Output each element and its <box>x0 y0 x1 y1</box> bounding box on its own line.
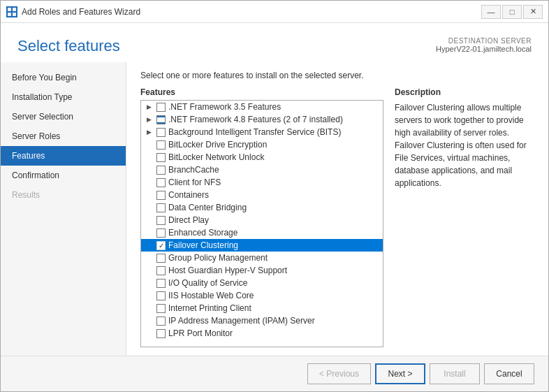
feature-checkbox[interactable] <box>156 203 166 212</box>
expand-icon <box>144 240 154 250</box>
list-item[interactable]: ▶ .NET Framework 4.8 Features (2 of 7 in… <box>141 113 383 126</box>
main-area: Before You Begin Installation Type Serve… <box>1 62 548 356</box>
page-header: Select features DESTINATION SERVER Hyper… <box>1 23 548 62</box>
list-item[interactable]: ▶ BitLocker Network Unlock <box>141 151 383 164</box>
main-window: Add Roles and Features Wizard — □ ✕ Sele… <box>0 0 549 392</box>
previous-button[interactable]: < Previous <box>307 363 371 384</box>
description-text: Failover Clustering allows multiple serv… <box>395 101 534 189</box>
footer: < Previous Next > Install Cancel <box>1 356 548 391</box>
expand-icon[interactable]: ▶ <box>144 102 154 112</box>
svg-rect-0 <box>8 8 11 11</box>
feature-checkbox[interactable] <box>156 228 166 238</box>
feature-checkbox[interactable] <box>156 140 166 150</box>
feature-name: BitLocker Network Unlock <box>168 152 264 162</box>
sidebar-item-features[interactable]: Features <box>1 146 126 166</box>
window-controls: — □ ✕ <box>481 5 543 19</box>
list-item[interactable]: ▶ Enhanced Storage <box>141 226 383 239</box>
description-section: Description Failover Clustering allows m… <box>395 87 534 347</box>
sidebar-item-results: Results <box>1 185 126 205</box>
feature-checkbox[interactable] <box>156 304 166 313</box>
svg-rect-1 <box>13 8 16 11</box>
feature-checkbox[interactable] <box>156 291 166 300</box>
feature-checkbox[interactable] <box>156 216 166 225</box>
feature-checkbox[interactable] <box>156 128 166 137</box>
list-item[interactable]: ▶ Host Guardian Hyper-V Support <box>141 264 383 277</box>
feature-checkbox[interactable] <box>156 266 166 275</box>
title-bar: Add Roles and Features Wizard — □ ✕ <box>1 1 548 23</box>
list-item[interactable]: ▶ Direct Play <box>141 214 383 226</box>
right-panel: Select one or more features to install o… <box>126 62 548 356</box>
destination-server-info: DESTINATION SERVER HyperV22-01.jamiltech… <box>436 37 532 53</box>
list-item[interactable]: ▶ Internet Printing Client <box>141 302 383 314</box>
feature-name: LPR Port Monitor <box>168 328 233 338</box>
sidebar-item-installation-type[interactable]: Installation Type <box>1 87 126 107</box>
list-item[interactable]: ▶ BitLocker Drive Encryption <box>141 138 383 151</box>
feature-name: IIS Hostable Web Core <box>168 291 254 300</box>
description-label: Description <box>395 87 534 97</box>
sidebar-item-confirmation[interactable]: Confirmation <box>1 166 126 185</box>
feature-name: Internet Printing Client <box>168 303 251 313</box>
list-item[interactable]: ▶ Client for NFS <box>141 176 383 189</box>
feature-checkbox[interactable] <box>156 241 166 250</box>
maximize-button[interactable]: □ <box>502 5 522 19</box>
window-title: Add Roles and Features Wizard <box>22 7 140 17</box>
feature-name: Enhanced Storage <box>168 228 237 238</box>
page-title: Select features <box>17 37 120 55</box>
feature-name: Failover Clustering <box>168 240 238 250</box>
sidebar: Before You Begin Installation Type Serve… <box>1 62 126 356</box>
list-item[interactable]: ▶ IP Address Management (IPAM) Server <box>141 314 383 327</box>
feature-name: Host Guardian Hyper-V Support <box>168 266 287 275</box>
window-content: Select features DESTINATION SERVER Hyper… <box>1 23 548 391</box>
sidebar-item-before-you-begin[interactable]: Before You Begin <box>1 68 126 87</box>
sidebar-item-server-selection[interactable]: Server Selection <box>1 107 126 126</box>
list-item[interactable]: ▶ Group Policy Management <box>141 252 383 264</box>
list-item[interactable]: ▶ I/O Quality of Service <box>141 277 383 289</box>
svg-rect-3 <box>13 13 16 16</box>
next-button[interactable]: Next > <box>375 363 425 384</box>
cancel-button[interactable]: Cancel <box>484 363 534 384</box>
close-button[interactable]: ✕ <box>523 5 543 19</box>
destination-server-name: HyperV22-01.jamiltech.local <box>436 45 532 53</box>
feature-checkbox[interactable] <box>156 191 166 200</box>
feature-checkbox[interactable] <box>156 279 166 288</box>
sidebar-item-server-roles[interactable]: Server Roles <box>1 126 126 146</box>
minimize-button[interactable]: — <box>481 5 501 19</box>
features-label: Features <box>140 87 383 97</box>
feature-checkbox[interactable] <box>156 329 166 338</box>
feature-name: .NET Framework 4.8 Features (2 of 7 inst… <box>168 115 343 124</box>
feature-checkbox[interactable] <box>156 254 166 263</box>
list-item[interactable]: ▶ Containers <box>141 189 383 201</box>
feature-name: Direct Play <box>168 215 209 225</box>
feature-name: Containers <box>168 190 209 200</box>
list-item[interactable]: ▶ LPR Port Monitor <box>141 327 383 340</box>
features-section: Features ▶ .NET Framework 3.5 Features <box>140 87 383 347</box>
list-item[interactable]: ▶ Data Center Bridging <box>141 201 383 214</box>
list-item[interactable]: ▶ Background Intelligent Transfer Servic… <box>141 126 383 138</box>
feature-name: IP Address Management (IPAM) Server <box>168 316 315 326</box>
window-icon <box>6 6 17 17</box>
feature-name: I/O Quality of Service <box>168 278 247 288</box>
features-list-container: ▶ .NET Framework 3.5 Features ▶ <box>140 100 383 347</box>
feature-name: BitLocker Drive Encryption <box>168 140 267 150</box>
list-item[interactable]: ▶ .NET Framework 3.5 Features <box>141 101 383 113</box>
title-bar-left: Add Roles and Features Wizard <box>6 6 140 17</box>
feature-name: Data Center Bridging <box>168 203 247 212</box>
list-item[interactable]: ▶ IIS Hostable Web Core <box>141 289 383 302</box>
list-item[interactable]: Failover Clustering <box>141 239 383 252</box>
expand-icon[interactable]: ▶ <box>144 127 154 137</box>
feature-checkbox[interactable] <box>156 153 166 162</box>
features-list[interactable]: ▶ .NET Framework 3.5 Features ▶ <box>141 101 383 347</box>
install-button[interactable]: Install <box>430 363 480 384</box>
feature-checkbox[interactable] <box>156 103 166 112</box>
panel-body: Features ▶ .NET Framework 3.5 Features <box>140 87 534 347</box>
instructions-text: Select one or more features to install o… <box>140 71 534 80</box>
feature-checkbox[interactable] <box>156 178 166 187</box>
destination-label: DESTINATION SERVER <box>436 37 532 45</box>
feature-checkbox[interactable] <box>156 166 166 175</box>
feature-checkbox[interactable] <box>156 115 166 124</box>
feature-checkbox[interactable] <box>156 317 166 326</box>
expand-icon[interactable]: ▶ <box>144 115 154 124</box>
feature-name: .NET Framework 3.5 Features <box>168 102 281 112</box>
feature-name: BranchCache <box>168 165 219 175</box>
list-item[interactable]: ▶ BranchCache <box>141 164 383 176</box>
